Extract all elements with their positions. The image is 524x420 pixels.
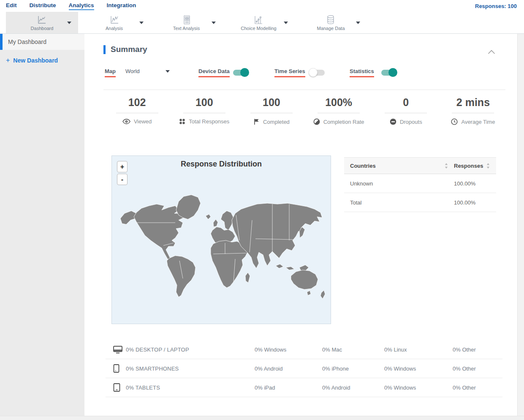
horizontal-scrollbar[interactable] xyxy=(0,416,524,420)
chevron-up-icon xyxy=(488,50,495,54)
table-row: Unknown 100.00% xyxy=(344,174,496,193)
device-stat: 0% Windows xyxy=(384,385,453,391)
map-region-madagascar xyxy=(245,273,250,283)
chevron-down-icon[interactable] xyxy=(284,22,288,24)
page: Edit Distribute Analytics Integration Re… xyxy=(0,0,524,420)
divider xyxy=(250,113,293,113)
stat-value: 0 xyxy=(372,96,440,109)
analytics-toolbar: Dashboard Analysis xyxy=(0,12,524,34)
statistics-toggle[interactable] xyxy=(381,70,396,76)
responses-column-header[interactable]: Responses xyxy=(454,163,483,169)
summary-controls: Map World Device Data Time Series Statis… xyxy=(95,65,517,80)
country-value: 100.00% xyxy=(454,180,496,187)
clock-icon xyxy=(451,118,458,125)
toolbar-choice-modelling[interactable]: Choice Modelling xyxy=(223,12,295,33)
statistics-label: Statistics xyxy=(350,68,374,77)
device-stat: 0% Other xyxy=(453,385,502,391)
chevron-down-icon[interactable] xyxy=(356,22,360,24)
toolbar-text-analysis-label: Text Analysis xyxy=(173,26,200,31)
new-dashboard-button[interactable]: + New Dashboard xyxy=(0,57,84,64)
stat-label: Total Responses xyxy=(189,118,229,125)
toggle-knob xyxy=(309,68,318,77)
toolbar-manage-data-label: Manage Data xyxy=(317,26,345,31)
countries-table: Countries Responses Unknown 100.00% Tota… xyxy=(344,157,496,212)
stat-label: Completed xyxy=(263,119,290,125)
dots-grid-icon xyxy=(179,118,185,125)
collapse-section-button[interactable] xyxy=(488,48,495,56)
sidebar-item-label: My Dashboard xyxy=(8,38,46,45)
top-navigation: Edit Distribute Analytics Integration Re… xyxy=(0,0,524,12)
sort-icon[interactable] xyxy=(486,163,490,169)
toolbar-analysis[interactable]: Analysis xyxy=(78,12,150,33)
device-label: 0% DESKTOP / LAPTOP xyxy=(126,346,255,353)
chevron-down-icon[interactable] xyxy=(212,22,216,24)
map-region-value: World xyxy=(125,68,140,74)
device-stat: 0% iPad xyxy=(255,385,322,391)
device-stat: 0% Android xyxy=(322,385,384,391)
map-zoom-out-button[interactable]: - xyxy=(117,174,128,185)
nav-distribute[interactable]: Distribute xyxy=(30,2,56,10)
stat-value: 100 xyxy=(238,96,305,109)
toolbar-dashboard[interactable]: Dashboard xyxy=(6,12,78,33)
device-data-toggle[interactable] xyxy=(233,70,248,76)
toolbar-choice-modelling-label: Choice Modelling xyxy=(241,26,276,31)
eye-icon xyxy=(122,119,130,124)
toolbar-analysis-label: Analysis xyxy=(106,26,123,31)
device-stat: 0% Other xyxy=(453,365,502,372)
device-stat: 0% Linux xyxy=(384,346,453,353)
map-label: Map xyxy=(105,68,116,77)
map-region-indonesia xyxy=(286,267,294,270)
map-zoom-in-button[interactable]: + xyxy=(117,161,128,172)
sidebar-item-my-dashboard[interactable]: My Dashboard xyxy=(0,34,84,50)
map-region-uk xyxy=(213,219,218,227)
world-map[interactable] xyxy=(112,156,331,325)
map-region-iceland xyxy=(206,214,211,219)
scatter-chart-icon xyxy=(253,15,263,25)
toggle-knob xyxy=(388,68,397,77)
device-label: 0% SMARTPHONES xyxy=(126,365,255,372)
divider xyxy=(116,113,158,113)
stat-label: Average Time xyxy=(461,119,495,125)
map-region-north-america xyxy=(134,204,184,260)
device-stat: 0% Android xyxy=(255,365,322,372)
map-region-select[interactable]: World xyxy=(125,68,170,74)
countries-table-header: Countries Responses xyxy=(344,157,496,174)
chevron-down-icon[interactable] xyxy=(139,22,144,24)
stat-value: 100% xyxy=(305,96,372,109)
section-accent-bar xyxy=(103,45,106,54)
device-stat: 0% iPhone xyxy=(322,365,384,372)
nav-edit[interactable]: Edit xyxy=(6,2,17,10)
sort-icon[interactable] xyxy=(445,163,448,169)
nav-analytics[interactable]: Analytics xyxy=(69,2,94,10)
device-data-label: Device Data xyxy=(198,68,230,77)
toolbar-manage-data[interactable]: Manage Data xyxy=(295,12,367,33)
chevron-down-icon[interactable] xyxy=(67,22,71,24)
document-grid-icon xyxy=(182,15,192,25)
map-title: Response Distribution xyxy=(112,160,331,169)
new-dashboard-label: New Dashboard xyxy=(13,57,58,64)
stat-label: Completion Rate xyxy=(323,119,364,125)
toolbar-text-analysis[interactable]: Text Analysis xyxy=(150,12,223,33)
line-chart-icon xyxy=(37,15,47,25)
time-series-toggle[interactable] xyxy=(310,70,325,76)
device-row-desktop: 0% DESKTOP / LAPTOP 0% Windows 0% Mac 0%… xyxy=(106,340,502,359)
nav-integration[interactable]: Integration xyxy=(107,2,136,10)
device-stat: 0% Other xyxy=(453,346,502,353)
countries-column-header[interactable]: Countries xyxy=(350,163,376,169)
device-stat: 0% Mac xyxy=(322,346,384,353)
map-region-australia xyxy=(291,270,318,289)
country-name: Total xyxy=(344,199,454,206)
table-row: Total 100.00% xyxy=(344,193,496,212)
map-region-tasmania xyxy=(307,291,311,295)
stat-completed: 100 Completed xyxy=(238,96,305,125)
vertical-scrollbar[interactable] xyxy=(517,34,524,420)
stat-value: 2 mins xyxy=(440,96,507,109)
stat-completion-rate: 100% Completion Rate xyxy=(305,96,372,125)
chevron-down-icon xyxy=(166,70,170,73)
stat-average-time: 2 mins Average Time xyxy=(440,96,507,125)
summary-card: Summary Map World Device Data Time Serie… xyxy=(95,34,517,416)
divider xyxy=(385,113,427,113)
country-name: Unknown xyxy=(344,180,454,187)
map-region-indonesia xyxy=(276,264,283,268)
device-data-table: 0% DESKTOP / LAPTOP 0% Windows 0% Mac 0%… xyxy=(106,340,502,397)
